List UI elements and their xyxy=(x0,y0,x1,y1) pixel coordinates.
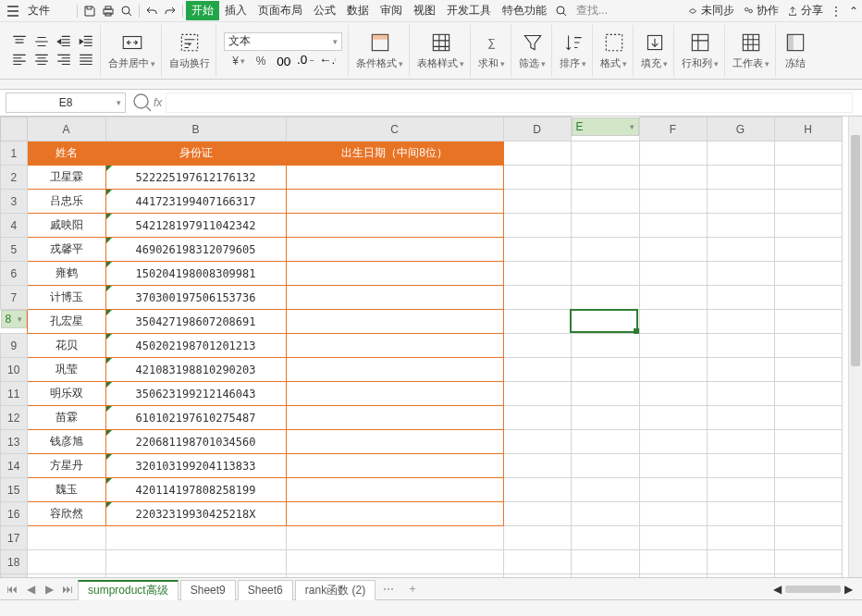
more-icon[interactable]: ⋮ xyxy=(831,5,842,18)
cell-G3[interactable] xyxy=(707,190,774,214)
vertical-scrollbar[interactable] xyxy=(848,117,862,577)
align-top-icon[interactable] xyxy=(11,33,28,50)
col-header-C[interactable]: C xyxy=(286,117,503,142)
cell-E16[interactable] xyxy=(571,502,639,526)
cell-E8[interactable] xyxy=(571,310,639,334)
cell-G2[interactable] xyxy=(707,166,774,190)
cell-G10[interactable] xyxy=(707,358,774,382)
cell-D6[interactable] xyxy=(503,262,571,286)
cell-C18[interactable] xyxy=(286,550,503,574)
cell-A13[interactable]: 钱彦旭 xyxy=(27,430,105,454)
fill-label[interactable]: 填充 xyxy=(641,56,668,70)
cell-B6[interactable]: 150204198008309981 xyxy=(105,262,286,286)
cell-G6[interactable] xyxy=(707,262,774,286)
cell-E10[interactable] xyxy=(571,358,639,382)
cell-D16[interactable] xyxy=(503,502,571,526)
cell-A18[interactable] xyxy=(27,550,105,574)
search-icon[interactable] xyxy=(554,4,569,18)
cell-H14[interactable] xyxy=(774,454,842,478)
cell-G4[interactable] xyxy=(707,214,774,238)
file-dropdown-icon[interactable] xyxy=(57,4,72,18)
cell-H4[interactable] xyxy=(774,214,842,238)
zoom-search-icon[interactable] xyxy=(131,92,154,114)
row-header-13[interactable]: 13 xyxy=(1,430,28,454)
row-header-19[interactable]: 19 xyxy=(1,574,28,578)
format-label[interactable]: 格式 xyxy=(600,56,627,70)
cell-B11[interactable]: 350623199212146043 xyxy=(105,382,286,406)
cell-F12[interactable] xyxy=(639,406,707,430)
cell-A16[interactable]: 容欣然 xyxy=(27,502,105,526)
row-header-12[interactable]: 12 xyxy=(1,406,28,430)
cell-H19[interactable] xyxy=(774,574,842,578)
cell-B14[interactable]: 320103199204113833 xyxy=(105,454,286,478)
cell-C15[interactable] xyxy=(286,478,503,502)
cell-A19[interactable] xyxy=(27,574,105,578)
cell-E11[interactable] xyxy=(571,382,639,406)
tab-first-icon[interactable]: ⏮ xyxy=(4,583,20,596)
cell-E5[interactable] xyxy=(571,238,639,262)
scrollbar-thumb[interactable] xyxy=(851,135,860,366)
cell-F8[interactable] xyxy=(639,310,707,334)
cell-H11[interactable] xyxy=(774,382,842,406)
format-icon[interactable] xyxy=(602,31,626,55)
cell-E2[interactable] xyxy=(571,166,639,190)
cell-B18[interactable] xyxy=(105,550,286,574)
row-header-8[interactable]: 8 xyxy=(1,310,27,328)
spreadsheet-table[interactable]: ABCDEFGH1姓名身份证出生日期（中间8位）2卫星霖522225197612… xyxy=(0,117,843,577)
cell-E6[interactable] xyxy=(571,262,639,286)
cell-B1[interactable]: 身份证 xyxy=(105,142,286,166)
sum-label[interactable]: 求和 xyxy=(478,56,505,70)
row-header-18[interactable]: 18 xyxy=(1,550,28,574)
cell-B19[interactable] xyxy=(105,574,286,578)
cell-C11[interactable] xyxy=(286,382,503,406)
collab-button[interactable]: 协作 xyxy=(742,3,779,18)
fx-icon[interactable]: fx xyxy=(154,96,162,109)
cell-D17[interactable] xyxy=(503,526,571,550)
currency-icon[interactable]: ¥ xyxy=(230,53,247,69)
cell-A15[interactable]: 魏玉 xyxy=(27,478,105,502)
cell-A1[interactable]: 姓名 xyxy=(27,142,105,166)
cell-A3[interactable]: 吕忠乐 xyxy=(27,190,105,214)
hscroll-thumb[interactable] xyxy=(785,585,841,593)
cell-B5[interactable]: 469026198312079605 xyxy=(105,238,286,262)
cell-H9[interactable] xyxy=(774,334,842,358)
cell-D9[interactable] xyxy=(503,334,571,358)
cell-G16[interactable] xyxy=(707,502,774,526)
cell-E9[interactable] xyxy=(571,334,639,358)
cell-G8[interactable] xyxy=(707,310,774,334)
row-header-6[interactable]: 6 xyxy=(1,262,28,286)
tab-insert[interactable]: 插入 xyxy=(219,1,252,20)
cell-A4[interactable]: 戚映阳 xyxy=(27,214,105,238)
cell-C4[interactable] xyxy=(286,214,503,238)
cell-H8[interactable] xyxy=(774,310,842,334)
cell-C9[interactable] xyxy=(286,334,503,358)
cell-C12[interactable] xyxy=(286,406,503,430)
cell-D3[interactable] xyxy=(503,190,571,214)
cell-C14[interactable] xyxy=(286,454,503,478)
cell-H18[interactable] xyxy=(774,550,842,574)
rowcol-icon[interactable] xyxy=(688,31,712,55)
cell-D13[interactable] xyxy=(503,430,571,454)
sheet-tab-3[interactable]: rank函数 (2) xyxy=(295,580,376,600)
sheet-label[interactable]: 工作表 xyxy=(733,56,770,70)
condfmt-label[interactable]: 条件格式 xyxy=(356,56,403,70)
indent-dec-icon[interactable] xyxy=(55,33,72,50)
cell-C17[interactable] xyxy=(286,526,503,550)
cell-G13[interactable] xyxy=(707,430,774,454)
tab-next-icon[interactable]: ▶ xyxy=(41,583,57,596)
cell-D1[interactable] xyxy=(503,142,571,166)
dec-inc-icon[interactable]: .0→ xyxy=(297,53,314,69)
cell-F19[interactable] xyxy=(639,574,707,578)
merge-icon[interactable] xyxy=(120,31,144,55)
col-header-E[interactable]: E xyxy=(572,117,639,136)
preview-icon[interactable] xyxy=(119,4,134,18)
cell-C2[interactable] xyxy=(286,166,503,190)
row-header-11[interactable]: 11 xyxy=(1,382,28,406)
cell-C10[interactable] xyxy=(286,358,503,382)
collapse-ribbon-icon[interactable]: ⌃ xyxy=(849,5,858,18)
cell-H17[interactable] xyxy=(774,526,842,550)
cell-A2[interactable]: 卫星霖 xyxy=(27,166,105,190)
cell-D7[interactable] xyxy=(503,286,571,310)
cell-E18[interactable] xyxy=(571,550,639,574)
cell-H6[interactable] xyxy=(774,262,842,286)
